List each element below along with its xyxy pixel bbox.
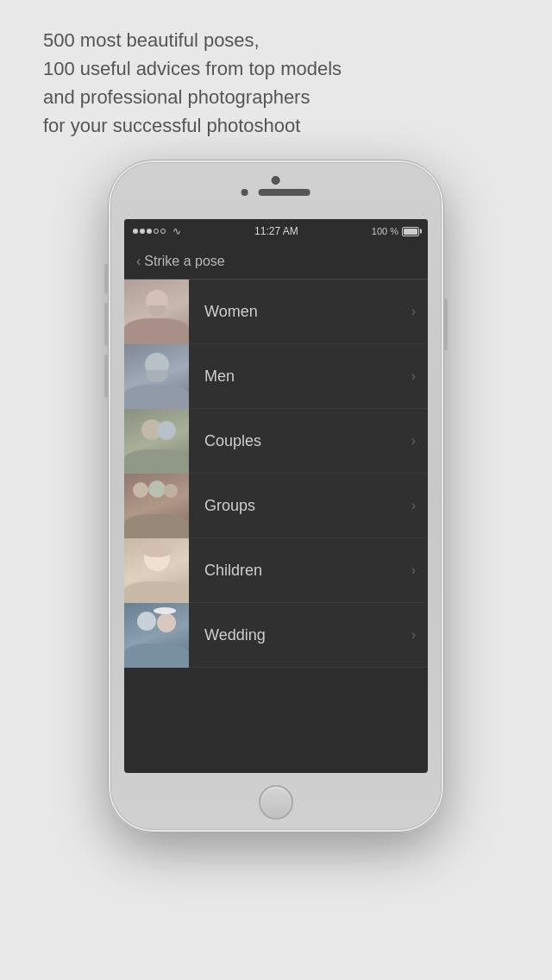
list-item-wedding[interactable]: Wedding › — [124, 603, 428, 668]
chevron-women: › — [411, 304, 428, 319]
signal-dot-4 — [154, 229, 159, 234]
battery-icon — [402, 227, 419, 236]
volume-up-button — [104, 303, 108, 346]
proximity-sensor — [242, 189, 248, 196]
signal-dot-3 — [147, 229, 152, 234]
chevron-couples: › — [411, 433, 428, 449]
signal-dot-1 — [133, 229, 138, 234]
phone-screen: ∿ 11:27 AM 100 % ‹ Strike a pose — [124, 219, 428, 773]
phone-shell: ∿ 11:27 AM 100 % ‹ Strike a pose — [108, 160, 444, 832]
back-arrow-icon: ‹ — [136, 254, 141, 269]
item-label-groups: Groups — [189, 497, 411, 515]
list-item-children[interactable]: Children › — [124, 538, 428, 603]
signal-dot-2 — [140, 229, 145, 234]
item-label-men: Men — [189, 368, 411, 386]
thumbnail-children — [124, 538, 189, 603]
phone-top-area — [176, 176, 377, 196]
header-description: 500 most beautiful poses, 100 useful adv… — [43, 26, 509, 140]
chevron-men: › — [411, 368, 428, 384]
back-button[interactable]: ‹ Strike a pose — [136, 254, 225, 269]
earpiece-speaker — [259, 189, 310, 196]
power-button — [444, 298, 448, 350]
wifi-icon: ∿ — [172, 225, 181, 237]
category-list: Women › Men › — [124, 280, 428, 668]
navigation-bar: ‹ Strike a pose — [124, 243, 428, 280]
signal-strength — [133, 229, 166, 234]
battery-percent: 100 % — [372, 226, 398, 236]
list-item-couples[interactable]: Couples › — [124, 409, 428, 474]
status-left: ∿ — [133, 225, 181, 237]
volume-down-button — [104, 355, 108, 398]
item-label-wedding: Wedding — [189, 626, 411, 644]
status-right: 100 % — [372, 226, 419, 236]
chevron-children: › — [411, 562, 428, 578]
battery-fill — [404, 229, 417, 235]
thumbnail-wedding — [124, 603, 189, 668]
thumbnail-men — [124, 344, 189, 409]
thumbnail-groups — [124, 474, 189, 538]
nav-title: Strike a pose — [144, 254, 224, 269]
item-label-couples: Couples — [189, 432, 411, 450]
front-camera — [272, 176, 280, 185]
chevron-groups: › — [411, 498, 428, 513]
list-item-men[interactable]: Men › — [124, 344, 428, 409]
item-label-women: Women — [189, 303, 411, 321]
status-bar: ∿ 11:27 AM 100 % — [124, 219, 428, 243]
status-time: 11:27 AM — [254, 225, 298, 237]
list-item-groups[interactable]: Groups › — [124, 474, 428, 538]
list-item-women[interactable]: Women › — [124, 280, 428, 344]
item-label-children: Children — [189, 562, 411, 580]
home-button[interactable] — [259, 785, 293, 820]
chevron-wedding: › — [411, 627, 428, 643]
signal-dot-5 — [160, 229, 166, 234]
thumbnail-couples — [124, 409, 189, 474]
thumbnail-women — [124, 280, 189, 344]
